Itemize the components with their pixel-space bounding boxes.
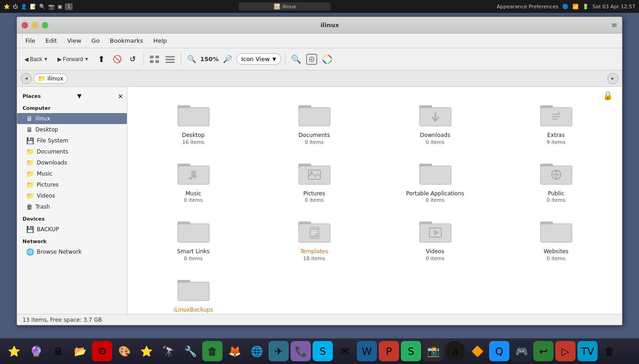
zoom-out-icon[interactable]: 🔍 bbox=[185, 52, 199, 66]
forward-pill-button[interactable] bbox=[607, 73, 618, 84]
svg-rect-48 bbox=[309, 227, 320, 239]
menu-go[interactable]: Go bbox=[87, 35, 104, 46]
file-item[interactable]: Extras9 items bbox=[497, 98, 615, 149]
places-close-icon[interactable]: × bbox=[118, 92, 123, 100]
dock-writer[interactable]: W bbox=[357, 341, 377, 361]
person-icon[interactable]: 👤 bbox=[21, 4, 27, 10]
up-button[interactable]: ⬆ bbox=[95, 52, 108, 66]
sidebar-item-downloads[interactable]: 📁 Downloads bbox=[17, 157, 127, 168]
dock-trash2[interactable]: 🗑 bbox=[202, 341, 223, 361]
dock-tools[interactable]: 🔧 bbox=[180, 341, 200, 361]
file-item[interactable]: Smart Links0 items bbox=[135, 214, 252, 265]
dock-teamviewer[interactable]: TV bbox=[577, 341, 598, 361]
folder-icon bbox=[177, 102, 210, 129]
file-count: 0 items bbox=[184, 256, 203, 262]
menu-file[interactable]: File bbox=[21, 35, 40, 46]
back-button[interactable]: ◀ Back ▼ bbox=[21, 54, 52, 64]
search-toolbar-button[interactable]: 🔍 bbox=[289, 52, 303, 66]
dock-favorites[interactable]: ⭐ bbox=[136, 341, 156, 361]
dock-mail[interactable]: ✉ bbox=[335, 341, 355, 361]
file-item[interactable]: Videos0 items bbox=[377, 214, 494, 265]
sidebar-item-ilinux[interactable]: 🖥 ilinux bbox=[17, 113, 127, 124]
dock-amazon[interactable]: a bbox=[445, 341, 465, 361]
menu-bookmarks[interactable]: Bookmarks bbox=[105, 35, 148, 46]
menu-edit[interactable]: Edit bbox=[41, 35, 62, 46]
dock-wps[interactable]: P bbox=[379, 341, 399, 361]
file-item[interactable]: Public0 items bbox=[497, 156, 615, 207]
dock-telegram[interactable]: ✈ bbox=[268, 341, 289, 361]
dock-binoculars[interactable]: 🔭 bbox=[158, 341, 178, 361]
dock-vlc[interactable]: 🔶 bbox=[467, 341, 487, 361]
dock-colors[interactable]: 🎨 bbox=[114, 341, 134, 361]
dock-sheets[interactable]: S bbox=[401, 341, 421, 361]
places-expand-icon[interactable]: ▼ bbox=[77, 93, 81, 99]
view-icon-button[interactable] bbox=[148, 52, 161, 66]
list-view-button[interactable] bbox=[163, 52, 177, 66]
file-item[interactable]: Music0 items bbox=[135, 156, 252, 207]
zoom-in-icon[interactable]: 🔎 bbox=[221, 52, 234, 66]
close-button[interactable] bbox=[22, 22, 28, 28]
color-button[interactable] bbox=[320, 52, 334, 66]
file-name: Public bbox=[548, 190, 565, 198]
sidebar-label-videos: Videos bbox=[37, 193, 55, 199]
file-item[interactable]: Pictures0 items bbox=[256, 156, 373, 207]
dock-settings[interactable]: ⚙ bbox=[92, 341, 112, 361]
file-item[interactable]: iLinuxBackups0 items bbox=[135, 273, 252, 314]
minimize-button[interactable] bbox=[32, 22, 38, 28]
dock-capture[interactable]: 📸 bbox=[423, 341, 443, 361]
dock-warpinator[interactable]: ↩ bbox=[533, 341, 553, 361]
maximize-button[interactable] bbox=[42, 22, 48, 28]
dock-steam[interactable]: 🎮 bbox=[511, 341, 531, 361]
signal-icon: 📶 bbox=[572, 4, 579, 10]
dock-firefox[interactable]: 🦊 bbox=[224, 341, 245, 361]
stop-button[interactable]: 🚫 bbox=[110, 52, 124, 66]
sidebar-item-music[interactable]: 📁 Music bbox=[17, 168, 127, 179]
sidebar-item-trash[interactable]: 🗑 Trash bbox=[17, 201, 127, 212]
folder-icon bbox=[298, 160, 331, 188]
sidebar-item-backup[interactable]: 💾 BACKUP bbox=[17, 224, 127, 235]
dock-skype[interactable]: S bbox=[313, 341, 333, 361]
dock-star[interactable]: ⭐ bbox=[4, 341, 24, 361]
file-item[interactable]: Websites0 items bbox=[497, 214, 615, 265]
dock-chrome[interactable]: 🌐 bbox=[246, 341, 267, 361]
sidebar-item-browse-network[interactable]: 🌐 Browse Network bbox=[17, 246, 127, 257]
hamburger-icon[interactable]: ≡ bbox=[611, 21, 617, 29]
notes-icon[interactable]: 📝 bbox=[30, 4, 36, 10]
sidebar-item-documents[interactable]: 📁 Documents bbox=[17, 146, 127, 157]
file-item[interactable]: Documents0 items bbox=[256, 98, 373, 149]
sidebar-item-filesystem[interactable]: 💾 File System bbox=[17, 135, 127, 146]
sidebar-item-desktop[interactable]: 🖥 Desktop bbox=[17, 124, 127, 135]
dock-monitor[interactable]: 🖥 bbox=[48, 341, 68, 361]
search-icon[interactable]: 🔍 bbox=[39, 4, 46, 10]
forward-button[interactable]: ▶ Forward ▼ bbox=[54, 54, 93, 64]
sidebar-item-pictures[interactable]: 📁 Pictures bbox=[17, 179, 127, 190]
desktop-icon: 🖥 bbox=[26, 126, 33, 133]
sidebar-label-filesystem: File System bbox=[37, 137, 68, 144]
sidebar-item-videos[interactable]: 📁 Videos bbox=[17, 190, 127, 201]
dock-file-manager[interactable]: 📂 bbox=[70, 341, 90, 361]
star-icon[interactable]: ⭐ bbox=[4, 4, 10, 10]
preview-button[interactable] bbox=[305, 52, 319, 66]
menu-help[interactable]: Help bbox=[148, 35, 171, 46]
refresh-button[interactable]: ↺ bbox=[126, 52, 140, 66]
dock-balls[interactable]: 🔮 bbox=[26, 341, 46, 361]
breadcrumb[interactable]: 📁 ilinux bbox=[34, 74, 68, 84]
terminal-icon[interactable]: ▣ bbox=[57, 4, 62, 10]
back-pill-button[interactable] bbox=[21, 73, 32, 84]
file-item[interactable]: Portable Applications0 items bbox=[377, 156, 494, 207]
dock-trash3[interactable]: 🗑 bbox=[599, 341, 620, 361]
screenshot-icon[interactable]: 📷 bbox=[48, 4, 55, 10]
dock-qbittorrent[interactable]: Q bbox=[489, 341, 509, 361]
file-item[interactable]: Templates18 items bbox=[256, 214, 373, 265]
file-item[interactable]: Desktop16 items bbox=[135, 98, 252, 149]
back-dropdown-icon[interactable]: ▼ bbox=[44, 57, 48, 62]
dock-anydesk[interactable]: ▷ bbox=[555, 341, 576, 361]
menu-view[interactable]: View bbox=[63, 35, 86, 46]
forward-dropdown-icon[interactable]: ▼ bbox=[85, 57, 89, 62]
view-mode-dropdown[interactable]: Icon View ▼ bbox=[236, 53, 281, 65]
file-item[interactable]: Downloads0 items bbox=[377, 98, 494, 149]
appearance-prefs-label[interactable]: Appearance Preferences bbox=[496, 4, 558, 10]
dock-viber[interactable]: 📞 bbox=[291, 341, 311, 361]
svg-rect-37 bbox=[420, 166, 451, 184]
power-icon[interactable]: ⏻ bbox=[13, 4, 18, 10]
